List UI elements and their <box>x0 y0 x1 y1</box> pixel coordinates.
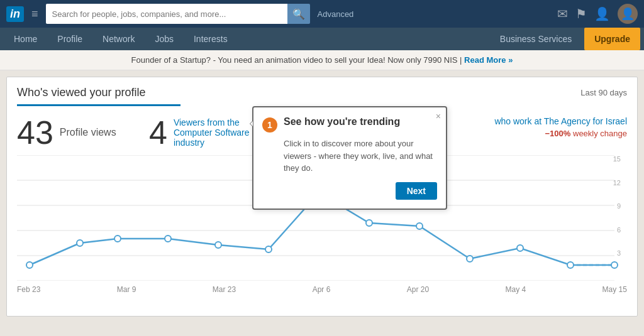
promo-banner: Founder of a Startup? - You need an anim… <box>0 50 644 70</box>
nav-item-interests[interactable]: Interests <box>184 28 238 50</box>
x-label-apr20: Apr 20 <box>407 285 429 294</box>
topbar: in ≡ 🔍 Advanced ✉ ⚑ 👤 👤 <box>0 0 644 28</box>
hamburger-icon[interactable]: ≡ <box>29 5 41 23</box>
x-label-mar23: Mar 23 <box>213 285 236 294</box>
chart-point <box>416 223 423 229</box>
search-button[interactable]: 🔍 <box>287 4 310 24</box>
tooltip-badge: 1 <box>262 117 277 133</box>
profile-views-block: 43 Profile views <box>17 116 130 149</box>
x-label-feb23: Feb 23 <box>17 285 40 294</box>
x-label-apr6: Apr 6 <box>313 285 331 294</box>
chart-point <box>26 262 33 268</box>
nav-right: Business Services Upgrade <box>490 28 640 50</box>
nav-item-jobs[interactable]: Jobs <box>145 28 184 50</box>
advanced-link[interactable]: Advanced <box>318 9 354 19</box>
nav-item-business[interactable]: Business Services <box>490 28 582 50</box>
nav-item-network[interactable]: Network <box>92 28 145 50</box>
weekly-change: −100% weekly change <box>494 129 627 138</box>
banner-text: Founder of a Startup? - You need an anim… <box>131 55 462 65</box>
nav-item-profile[interactable]: Profile <box>47 28 92 50</box>
avatar[interactable]: 👤 <box>618 4 638 24</box>
profile-views-label: Profile views <box>60 127 116 138</box>
messages-icon[interactable]: ✉ <box>557 6 568 21</box>
x-axis-labels: Feb 23 Mar 9 Mar 23 Apr 6 Apr 20 May 4 M… <box>17 283 627 294</box>
chart-point <box>215 242 221 248</box>
y-label-12: 12 <box>613 179 621 187</box>
read-more-link[interactable]: Read More » <box>464 55 513 65</box>
main-panel: Who's viewed your profile Last 90 days 4… <box>6 77 638 317</box>
y-label-9: 9 <box>613 202 621 210</box>
tooltip-header: 1 See how you're trending <box>262 116 437 133</box>
chart-point <box>366 220 372 226</box>
y-axis-labels: 15 12 9 6 3 <box>613 155 622 281</box>
industry-viewers-count: 4 <box>149 116 167 149</box>
y-label-6: 6 <box>613 226 621 234</box>
linkedin-logo[interactable]: in <box>6 6 24 22</box>
nav-left: Home Profile Network Jobs Interests <box>4 28 238 50</box>
y-label-3: 3 <box>613 249 621 257</box>
x-label-may4: May 4 <box>505 285 526 294</box>
notifications-icon[interactable]: ⚑ <box>575 6 587 21</box>
y-label-0 <box>613 273 621 281</box>
company-viewers-block: who work at The Agency for Israel −100% … <box>494 116 627 138</box>
tooltip-body: Click in to discover more about your vie… <box>284 138 437 175</box>
x-label-mar9: Mar 9 <box>117 285 136 294</box>
change-pct: −100% <box>545 129 571 138</box>
chart-point <box>114 236 121 242</box>
section-title: Who's viewed your profile <box>17 86 146 99</box>
tooltip-footer: Next <box>262 182 437 200</box>
people-icon[interactable]: 👤 <box>594 6 610 21</box>
chart-point <box>265 246 272 252</box>
next-button[interactable]: Next <box>396 182 437 200</box>
tooltip-title: See how you're trending <box>284 116 400 127</box>
stats-row: 43 Profile views 4 Viewers from the Comp… <box>7 106 637 149</box>
topbar-icons: ✉ ⚑ 👤 👤 <box>557 4 638 24</box>
views-header: Who's viewed your profile Last 90 days <box>7 77 637 104</box>
chart-point <box>467 256 473 262</box>
search-input[interactable] <box>46 4 287 24</box>
y-label-15: 15 <box>613 155 621 163</box>
company-label[interactable]: who work at The Agency for Israel <box>494 116 627 126</box>
profile-views-count: 43 <box>17 116 53 149</box>
navbar: Home Profile Network Jobs Interests Busi… <box>0 28 644 50</box>
last-days-label: Last 90 days <box>580 88 627 97</box>
chart-point <box>567 262 574 268</box>
nav-item-home[interactable]: Home <box>4 28 47 50</box>
tooltip-close-button[interactable]: × <box>436 111 441 121</box>
change-suffix: weekly change <box>573 129 627 138</box>
trending-tooltip: × 1 See how you're trending Click in to … <box>252 106 447 210</box>
chart-point <box>165 236 171 242</box>
nav-item-upgrade[interactable]: Upgrade <box>584 28 640 50</box>
x-label-may15: May 15 <box>602 285 627 294</box>
chart-point <box>517 245 523 251</box>
search-bar: 🔍 <box>46 4 310 24</box>
chart-point <box>77 240 83 246</box>
